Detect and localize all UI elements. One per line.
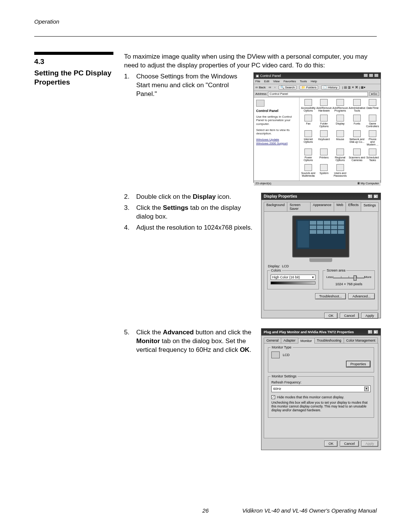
adv-properties-button: Properties <box>346 361 371 367</box>
cp-left-desc: Use the settings in Control Panel to per… <box>256 115 297 126</box>
cp-icon: Scheduled Tasks <box>366 149 379 163</box>
dp-tab-web: Web <box>334 202 346 211</box>
cp-address-bar: Address ▸Go <box>254 91 381 97</box>
advanced-monitor-screenshot: Plug and Play Monitor and NVidia Riva TN… <box>261 328 381 450</box>
cp-icon: Sounds and Multimedia <box>301 164 315 179</box>
cp-icon: Network and Dial-up Co... <box>349 130 365 148</box>
cp-title-text: ▣ Control Panel <box>256 74 281 78</box>
page-footer: 26 Vidikron VL-40 and VL-46 Owner's Oper… <box>34 507 377 514</box>
adv-warning-text: Unchecking this box will allow you to se… <box>271 401 371 412</box>
cp-icon: Scanners and Cameras <box>349 149 365 163</box>
dp-tab-settings: Settings <box>361 202 379 212</box>
header-rule <box>34 36 377 37</box>
cp-menu-fav: Favorites <box>284 80 296 83</box>
step-5: 5. Click the Advanced button and click t… <box>124 328 253 355</box>
cp-left-sel: Select an item to view its description. <box>256 128 297 136</box>
step-4: 4. Adjust the resolution to 1024x768 pix… <box>124 224 253 232</box>
display-properties-screenshot: Display Properties ?✕ Background Screen … <box>261 193 381 318</box>
cp-icon: Display <box>333 115 348 129</box>
cp-icon: System <box>316 164 331 179</box>
cp-icon-grid: Accessibility Options Add/Remove Hardwar… <box>299 97 381 181</box>
dp-tab-appearance: Appearance <box>310 202 334 211</box>
cp-menu-view: View <box>273 80 280 83</box>
adv-refresh-label: Refresh Frequency: <box>271 380 371 384</box>
dp-resolution-slider: Less More <box>326 275 371 281</box>
cp-icon: Printers <box>316 149 331 163</box>
page-number: 26 <box>202 507 209 514</box>
adv-cancel-button: Cancel <box>340 441 359 447</box>
cp-menu-edit: Edit <box>264 80 269 83</box>
cp-toolbar: ⇦ Back⇨▫ 🔍 Search 📁 Folders 🕘 History | … <box>254 84 381 91</box>
step-1-num: 1. <box>124 72 131 99</box>
adv-tab-general: General <box>264 337 281 343</box>
cp-link-wu: Windows Update <box>256 138 297 141</box>
dp-advanced-button: Advanced... <box>348 293 375 299</box>
cp-address-input <box>268 92 368 96</box>
adv-hide-checkbox: ✓ Hide modes that this monitor cannot di… <box>271 395 371 399</box>
step-2: 2. Double click on the Display icon. <box>124 193 253 201</box>
adv-apply-button: Apply <box>361 441 378 447</box>
content-col: To maximize image quality when using the… <box>124 52 381 450</box>
dp-apply-button: Apply <box>361 313 378 319</box>
adv-refresh-combo: 60Hz▾ <box>271 385 371 392</box>
cp-icon: Mouse <box>333 130 348 148</box>
dp-tabs: Background Screen Saver Appearance Web E… <box>261 200 381 211</box>
dp-troubleshoot-button: Troubleshoot... <box>315 293 346 299</box>
adv-tab-trouble: Troubleshooting <box>314 337 344 343</box>
control-panel-screenshot: ▣ Control Panel File Edit View Favorites… <box>253 72 381 183</box>
monitor-icon <box>271 351 280 358</box>
dp-screenarea-group: Screen area Less More 1024 × 768 pixels <box>323 270 374 289</box>
adv-tab-adapter: Adapter <box>281 337 298 343</box>
dp-titlebar: Display Properties ?✕ <box>261 193 381 200</box>
dp-colors-group: Colors High Color (16 bit)▾ <box>267 270 319 289</box>
cp-icon: Administrative Tools <box>349 99 365 114</box>
cp-icon: Add/Remove Hardware <box>316 99 331 114</box>
adv-body: Monitor Type LCD Properties Monitor Sett… <box>264 343 378 438</box>
section-intro: To maximize image quality when using the… <box>124 53 381 70</box>
dp-body: Display: LCD Colors High Color (16 bit)▾… <box>264 211 378 310</box>
cp-icon: Date/Time <box>366 99 379 114</box>
section-bar <box>34 52 113 55</box>
cp-icon: Accessibility Options <box>301 99 315 114</box>
cp-go-button: ▸Go <box>370 92 379 96</box>
cp-icon: Game Controllers <box>366 115 379 129</box>
cp-icon: Add/Remove Programs <box>333 99 348 114</box>
dp-tab-effects: Effects <box>346 202 361 211</box>
adv-monitor-type-group: Monitor Type LCD Properties <box>268 347 374 372</box>
cp-icon: Users and Passwords <box>333 164 348 179</box>
cp-left-pane: Control Panel Use the settings in Contro… <box>254 97 299 181</box>
cp-icon: Fonts <box>349 115 365 129</box>
cp-link-support: Windows 2000 Support <box>256 142 297 145</box>
section-number: 4.3 <box>34 57 117 66</box>
dp-tab-background: Background <box>264 202 287 211</box>
adv-tabs: General Adapter Monitor Troubleshooting … <box>261 335 381 343</box>
cp-icon: Folder Options <box>316 115 331 129</box>
cp-menu-file: File <box>255 80 260 83</box>
steps-block-1: 1. Choose Settings from the Windows Star… <box>124 72 246 183</box>
cp-icon: Power Options <box>301 149 315 163</box>
section-head-col: 4.3 Setting the PC Display Properties <box>34 52 117 450</box>
section-title: Setting the PC Display Properties <box>34 69 117 87</box>
cp-menubar: File Edit View Favorites Tools Help <box>254 79 381 84</box>
dp-monitor-preview <box>292 216 349 257</box>
folder-icon <box>256 100 264 107</box>
step-1-text: Choose Settings from the Windows Start m… <box>136 72 246 99</box>
dp-cancel-button: Cancel <box>340 313 359 319</box>
cp-menu-tools: Tools <box>300 80 307 83</box>
cp-statusbar: 23 object(s) 🖥 My Computer <box>254 181 381 186</box>
adv-tab-monitor: Monitor <box>298 338 315 343</box>
step-3: 3. Click the Settings tab on the display… <box>124 204 253 221</box>
cp-titlebar: ▣ Control Panel <box>254 73 381 79</box>
adv-ok-button: OK <box>324 441 338 447</box>
cp-icon: Phone and Modem ... <box>366 130 379 148</box>
footer-text: Vidikron VL-40 and VL-46 Owner's Operati… <box>242 507 377 514</box>
adv-tab-color: Color Management <box>344 337 378 343</box>
steps-block-2: 2. Double click on the Display icon. 3. … <box>124 193 253 318</box>
step-1: 1. Choose Settings from the Windows Star… <box>124 72 246 99</box>
adv-monitor-settings-group: Monitor Settings Refresh Frequency: 60Hz… <box>268 376 374 418</box>
cp-icon: Fax <box>301 115 315 129</box>
cp-icon: Regional Options <box>333 149 348 163</box>
dp-ok-button: OK <box>324 313 338 319</box>
cp-icon: Keyboard <box>316 130 331 148</box>
adv-titlebar: Plug and Play Monitor and NVidia Riva TN… <box>261 329 381 335</box>
